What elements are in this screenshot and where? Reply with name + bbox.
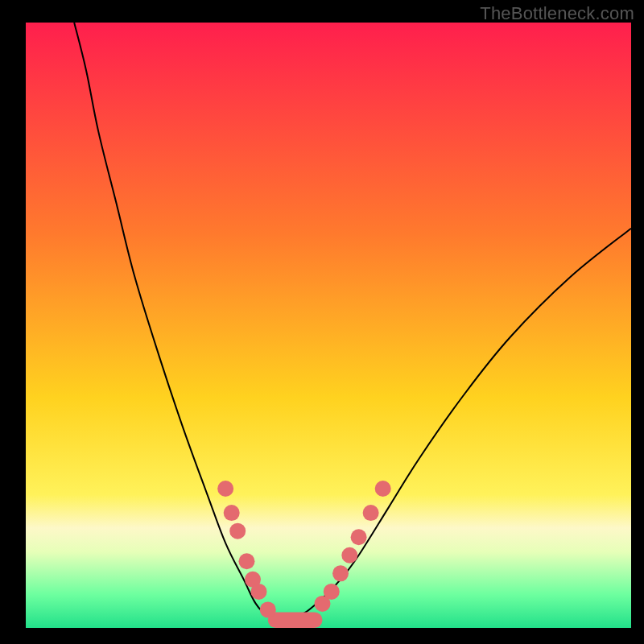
dot-left-1 [224,505,240,521]
dot-right-2 [332,565,349,581]
bottleneck-chart [26,23,631,628]
plot-area [26,23,631,628]
dot-left-3 [238,553,254,569]
dot-right-5 [363,505,379,521]
dot-left-6 [260,601,276,617]
gradient-background [26,23,631,628]
dot-left-5 [251,584,267,600]
dot-left-0 [217,481,233,497]
watermark-text: TheBottleneck.com [480,3,634,24]
optimal-range-bar [268,612,323,628]
dot-right-3 [341,547,357,564]
dot-right-6 [375,481,391,497]
dot-right-1 [324,584,340,600]
dot-left-2 [229,523,246,539]
dot-right-4 [351,529,367,545]
stage: TheBottleneck.com [0,0,644,644]
